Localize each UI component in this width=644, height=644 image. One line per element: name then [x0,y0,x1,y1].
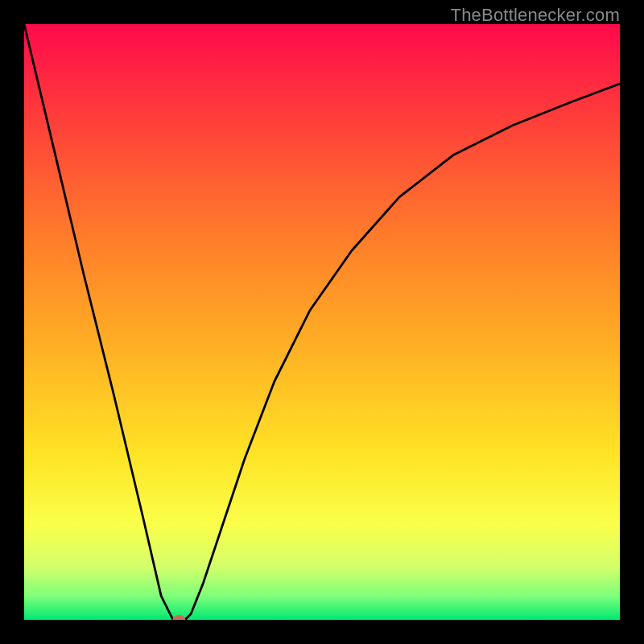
heat-background [24,24,620,620]
watermark-text: TheBottlenecker.com [451,5,620,26]
chart-frame [24,24,620,620]
bottleneck-chart [24,24,620,620]
